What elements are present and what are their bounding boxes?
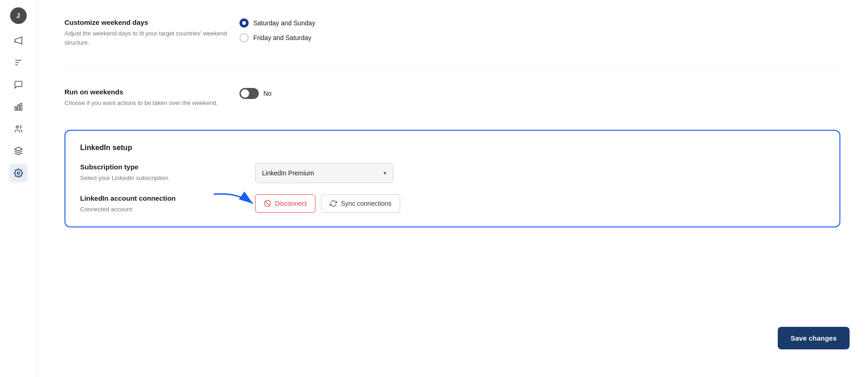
radio-friday-saturday[interactable]: Friday and Saturday: [239, 33, 840, 42]
connection-desc: Connected account:: [80, 205, 255, 214]
radio-saturday-sunday-button[interactable]: [239, 18, 249, 28]
sync-label: Sync connections: [341, 200, 391, 207]
main-content: Customize weekend days Adjust the weeken…: [37, 0, 868, 377]
sidebar-item-megaphone[interactable]: [9, 31, 28, 50]
radio-friday-saturday-button[interactable]: [239, 33, 249, 42]
sync-connections-button[interactable]: Sync connections: [321, 194, 400, 213]
radio-saturday-sunday[interactable]: Saturday and Sunday: [239, 18, 840, 28]
subscription-row: Subscription type Select your LinkedIn s…: [80, 163, 825, 183]
svg-point-8: [17, 172, 19, 174]
sidebar-item-chart[interactable]: [9, 98, 28, 116]
linkedin-card-title: LinkedIn setup: [80, 144, 825, 152]
linkedin-setup-card: LinkedIn setup Subscription type Select …: [64, 130, 840, 228]
run-weekends-desc: Choose if you want actions to be taken o…: [64, 99, 239, 108]
subscription-dropdown[interactable]: LinkedIn Premium ▾: [255, 163, 393, 183]
sidebar-item-settings[interactable]: [9, 164, 28, 182]
run-weekends-toggle[interactable]: [239, 88, 259, 99]
run-weekends-control: No: [239, 88, 840, 99]
weekend-days-title: Customize weekend days: [64, 18, 239, 26]
weekend-days-desc: Adjust the weekend days to fit your targ…: [64, 29, 239, 47]
subscription-title: Subscription type: [80, 163, 255, 171]
run-weekends-section: Run on weekends Choose if you want actio…: [64, 88, 840, 108]
weekend-days-label: Customize weekend days Adjust the weeken…: [64, 18, 239, 47]
radio-friday-saturday-label: Friday and Saturday: [253, 34, 311, 41]
subscription-desc: Select your LinkedIn subscription.: [80, 174, 255, 183]
toggle-row: No: [239, 88, 840, 99]
toggle-label: No: [263, 90, 272, 97]
connection-title: LinkedIn account connection: [80, 194, 255, 202]
toggle-knob: [241, 89, 249, 98]
svg-line-11: [265, 201, 269, 205]
sidebar-item-people[interactable]: [9, 120, 28, 138]
subscription-dropdown-value: LinkedIn Premium: [262, 169, 314, 177]
disconnect-icon: [264, 200, 271, 207]
weekend-days-section: Customize weekend days Adjust the weeken…: [64, 18, 840, 47]
save-changes-button[interactable]: Save changes: [778, 327, 850, 349]
sidebar-item-chat[interactable]: [9, 75, 28, 94]
radio-saturday-sunday-inner: [242, 21, 246, 25]
svg-point-7: [16, 126, 18, 128]
subscription-label: Subscription type Select your LinkedIn s…: [80, 163, 255, 183]
svg-rect-5: [17, 105, 19, 110]
sidebar: J: [0, 0, 37, 377]
chevron-down-icon: ▾: [384, 170, 386, 176]
sidebar-item-filter[interactable]: [9, 53, 28, 72]
svg-rect-4: [15, 107, 16, 110]
run-weekends-title: Run on weekends: [64, 88, 239, 96]
section-divider-1: [64, 69, 840, 70]
sync-icon: [330, 200, 337, 207]
sidebar-item-integrations[interactable]: [9, 142, 28, 160]
run-weekends-label: Run on weekends Choose if you want actio…: [64, 88, 239, 108]
connection-buttons: Disconnect Sync connections: [255, 194, 400, 213]
radio-saturday-sunday-label: Saturday and Sunday: [253, 19, 315, 27]
disconnect-button[interactable]: Disconnect: [255, 194, 315, 213]
disconnect-label: Disconnect: [275, 200, 307, 207]
user-avatar[interactable]: J: [10, 7, 27, 24]
subscription-dropdown-container: LinkedIn Premium ▾: [255, 163, 393, 183]
connection-row: LinkedIn account connection Connected ac…: [80, 194, 825, 214]
weekend-days-control: Saturday and Sunday Friday and Saturday: [239, 18, 840, 42]
svg-rect-6: [20, 104, 22, 110]
connection-label: LinkedIn account connection Connected ac…: [80, 194, 255, 214]
